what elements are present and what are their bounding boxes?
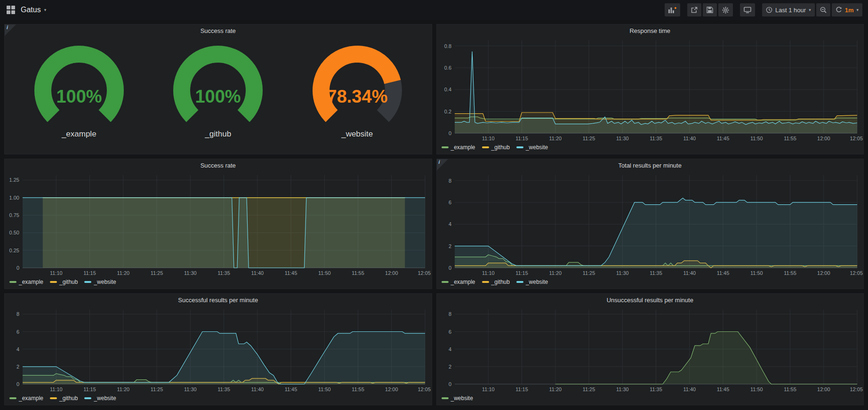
legend-swatch (9, 281, 16, 283)
legend-item-_example[interactable]: _example (442, 279, 475, 285)
svg-text:11:25: 11:25 (582, 386, 595, 392)
legend-item-_website[interactable]: _website (84, 395, 116, 402)
legend-swatch (516, 146, 523, 148)
svg-text:11:40: 11:40 (251, 270, 264, 276)
chart-legend: _example _github _website (5, 277, 432, 289)
legend-swatch (9, 397, 16, 399)
panel-title[interactable]: Successful results per minute (5, 294, 432, 306)
refresh-button[interactable]: 1m ▾ (832, 3, 862, 16)
svg-text:12:05: 12:05 (850, 386, 863, 392)
svg-text:0: 0 (448, 130, 451, 136)
settings-button[interactable] (718, 3, 733, 16)
legend-item-_example[interactable]: _example (9, 279, 43, 285)
zoom-out-button[interactable] (816, 3, 830, 16)
successful-results-chart[interactable]: 0246811:1011:1511:2011:2511:3011:3511:40… (5, 306, 432, 394)
chevron-down-icon: ▾ (44, 8, 47, 12)
svg-text:11:10: 11:10 (482, 136, 494, 141)
save-button[interactable] (703, 3, 717, 16)
svg-text:11:35: 11:35 (650, 270, 662, 276)
panel-info-icon[interactable]: i (5, 24, 16, 36)
svg-text:11:15: 11:15 (83, 386, 96, 392)
add-panel-button[interactable] (665, 3, 680, 16)
svg-text:11:35: 11:35 (217, 386, 230, 392)
refresh-interval-label: 1m (845, 7, 854, 14)
legend-item-_website[interactable]: _website (516, 144, 548, 151)
success-rate-chart[interactable]: 00.250.500.751.001.2511:1011:1511:2011:2… (5, 171, 432, 277)
panel-info-icon[interactable]: i (437, 159, 448, 170)
legend-item-_website[interactable]: _website (516, 279, 548, 285)
svg-text:11:50: 11:50 (318, 386, 331, 392)
legend-item-_website[interactable]: _website (84, 279, 116, 285)
gear-icon (722, 7, 729, 14)
legend-item-_example[interactable]: _example (442, 144, 475, 151)
svg-text:0.4: 0.4 (444, 87, 451, 92)
chart-legend: _example _github _website (437, 143, 864, 154)
clock-icon (766, 7, 772, 13)
svg-text:12:05: 12:05 (850, 270, 863, 276)
svg-text:11:50: 11:50 (750, 136, 763, 141)
legend-label: _github (491, 144, 510, 151)
gauge-_example: 100% _example (21, 45, 137, 139)
svg-text:11:10: 11:10 (482, 386, 494, 392)
panel-title[interactable]: Success rate (5, 24, 432, 37)
svg-text:0.2: 0.2 (444, 109, 451, 114)
svg-text:11:45: 11:45 (716, 136, 729, 141)
panel-title[interactable]: Success rate (5, 159, 432, 171)
legend-label: _website (94, 395, 116, 402)
chevron-down-icon: ▾ (856, 8, 859, 12)
legend-item-_github[interactable]: _github (482, 144, 510, 151)
svg-text:6: 6 (448, 329, 451, 335)
dashboard-title-dropdown[interactable]: Gatus ▾ (21, 6, 46, 14)
svg-text:2: 2 (448, 364, 451, 370)
svg-text:100%: 100% (195, 87, 241, 106)
svg-text:11:55: 11:55 (352, 270, 364, 276)
svg-text:4: 4 (448, 346, 451, 352)
svg-text:0.75: 0.75 (9, 212, 19, 218)
panel-total-results: i Total results per minute 0246811:1011:… (436, 159, 864, 289)
svg-text:6: 6 (448, 200, 451, 205)
svg-text:11:20: 11:20 (117, 270, 129, 276)
legend-item-_github[interactable]: _github (50, 279, 78, 285)
svg-text:12:00: 12:00 (385, 270, 398, 276)
panel-successful-results: Successful results per minute 0246811:10… (4, 293, 432, 405)
svg-text:12:05: 12:05 (418, 270, 431, 276)
legend-label: _website (526, 279, 548, 285)
gauge-arc: 78.34% (299, 45, 415, 128)
svg-text:6: 6 (16, 329, 19, 335)
legend-swatch (482, 281, 489, 283)
legend-item-_github[interactable]: _github (50, 395, 78, 402)
svg-text:11:45: 11:45 (716, 270, 729, 276)
unsuccessful-results-chart[interactable]: 0246811:1011:1511:2011:2511:3011:3511:40… (437, 306, 864, 394)
panel-title[interactable]: Response time (437, 24, 864, 37)
svg-text:11:20: 11:20 (549, 270, 562, 276)
grid-logo-icon[interactable] (7, 6, 15, 14)
svg-text:12:00: 12:00 (385, 386, 398, 392)
legend-item-_github[interactable]: _github (482, 279, 510, 285)
svg-text:0: 0 (16, 381, 19, 387)
gauge-label: _website (341, 129, 373, 139)
svg-text:0.6: 0.6 (444, 65, 451, 71)
time-range-label: Last 1 hour (775, 7, 806, 14)
time-range-button[interactable]: Last 1 hour ▾ (762, 3, 815, 16)
total-results-chart[interactable]: 0246811:1011:1511:2011:2511:3011:3511:40… (437, 171, 864, 277)
legend-item-_example[interactable]: _example (9, 395, 43, 402)
panel-title[interactable]: Unsuccessful results per minute (437, 294, 864, 306)
svg-text:12:00: 12:00 (817, 386, 830, 392)
panel-title[interactable]: Total results per minute (437, 159, 864, 171)
svg-text:12:00: 12:00 (817, 136, 830, 141)
tv-mode-button[interactable] (740, 3, 755, 16)
share-button[interactable] (687, 3, 701, 16)
svg-text:11:30: 11:30 (616, 136, 628, 141)
response-time-chart[interactable]: 00.20.40.60.811:1011:1511:2011:2511:3011… (437, 37, 864, 143)
svg-text:11:50: 11:50 (750, 270, 763, 276)
legend-item-_website[interactable]: _website (442, 395, 473, 402)
svg-text:11:10: 11:10 (482, 270, 494, 276)
svg-text:78.34%: 78.34% (327, 87, 387, 106)
chart-legend: _website (437, 394, 864, 405)
chevron-down-icon: ▾ (809, 8, 811, 12)
svg-text:11:45: 11:45 (716, 386, 729, 392)
gauge-row: 100% _example 100% _github 78.34% _websi… (5, 37, 432, 154)
chart-legend: _example _github _website (437, 277, 864, 289)
svg-text:11:35: 11:35 (650, 136, 662, 141)
svg-text:11:20: 11:20 (549, 136, 562, 141)
